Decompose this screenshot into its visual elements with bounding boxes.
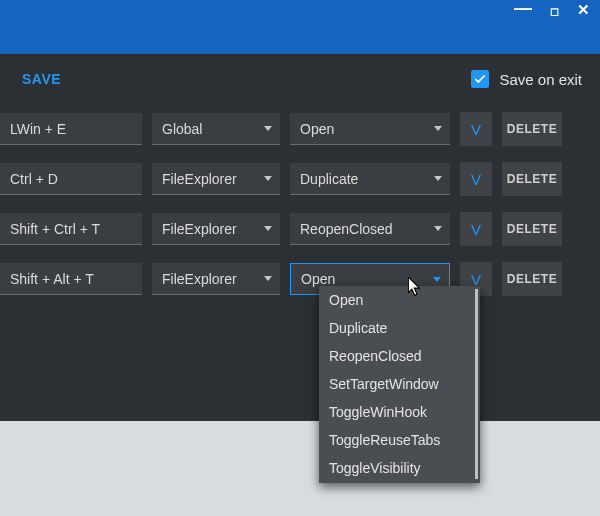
dropdown-item[interactable]: SetTargetWindow <box>319 370 480 398</box>
hotkey-text: LWin + E <box>10 121 66 137</box>
hotkey-input[interactable]: Ctrl + D <box>0 163 142 195</box>
scope-value: FileExplorer <box>162 221 237 237</box>
dropdown-item[interactable]: Duplicate <box>319 314 480 342</box>
action-dropdown: Open Duplicate ReopenClosed SetTargetWin… <box>319 286 480 483</box>
scope-select[interactable]: FileExplorer <box>152 263 280 295</box>
scope-value: FileExplorer <box>162 271 237 287</box>
hotkey-row: Shift + Ctrl + T FileExplorer ReopenClos… <box>0 204 600 254</box>
dropdown-item[interactable]: ToggleVisibility <box>319 454 480 482</box>
titlebar: — ◻ ✕ <box>0 0 600 54</box>
hotkey-text: Shift + Ctrl + T <box>10 221 100 237</box>
scope-value: FileExplorer <box>162 171 237 187</box>
toolbar: SAVE Save on exit <box>0 54 600 104</box>
save-button[interactable]: SAVE <box>22 71 61 87</box>
test-button[interactable]: V <box>460 162 492 196</box>
chevron-down-icon <box>434 176 442 181</box>
minimize-button[interactable]: — <box>510 1 536 15</box>
hotkey-input[interactable]: Shift + Alt + T <box>0 263 142 295</box>
hotkey-input[interactable]: Shift + Ctrl + T <box>0 213 142 245</box>
dropdown-list: Open Duplicate ReopenClosed SetTargetWin… <box>319 286 480 482</box>
chevron-down-icon <box>434 126 442 131</box>
action-value: ReopenClosed <box>300 221 393 237</box>
scope-select[interactable]: FileExplorer <box>152 213 280 245</box>
dropdown-item[interactable]: Open <box>319 286 480 314</box>
action-select[interactable]: Open <box>290 113 450 145</box>
app-window: — ◻ ✕ SAVE Save on exit LWin + E Global <box>0 0 600 516</box>
test-button[interactable]: V <box>460 112 492 146</box>
save-on-exit-label: Save on exit <box>499 71 582 88</box>
chevron-down-icon <box>264 276 272 281</box>
delete-button[interactable]: DELETE <box>502 262 562 296</box>
scope-select[interactable]: Global <box>152 113 280 145</box>
window-controls: — ◻ ✕ <box>0 0 600 54</box>
hotkey-row: Shift + Alt + T FileExplorer Open V DELE… <box>0 254 600 304</box>
scope-select[interactable]: FileExplorer <box>152 163 280 195</box>
save-on-exit-group: Save on exit <box>471 70 582 88</box>
hotkey-row: Ctrl + D FileExplorer Duplicate V DELETE <box>0 154 600 204</box>
hotkey-row: LWin + E Global Open V DELETE <box>0 104 600 154</box>
hotkey-input[interactable]: LWin + E <box>0 113 142 145</box>
hotkey-text: Shift + Alt + T <box>10 271 94 287</box>
chevron-down-icon <box>434 226 442 231</box>
content-panel: SAVE Save on exit LWin + E Global Open <box>0 54 600 421</box>
chevron-down-icon <box>264 226 272 231</box>
action-value: Open <box>301 271 335 287</box>
chevron-down-icon <box>433 277 441 282</box>
check-icon <box>473 72 487 86</box>
chevron-down-icon <box>264 126 272 131</box>
test-button[interactable]: V <box>460 212 492 246</box>
dropdown-item[interactable]: ToggleWinHook <box>319 398 480 426</box>
action-select[interactable]: ReopenClosed <box>290 213 450 245</box>
close-button[interactable]: ✕ <box>573 3 594 17</box>
maximize-button[interactable]: ◻ <box>546 4 563 18</box>
hotkey-text: Ctrl + D <box>10 171 58 187</box>
background-strip <box>0 421 600 516</box>
action-value: Duplicate <box>300 171 358 187</box>
dropdown-item[interactable]: ToggleReuseTabs <box>319 426 480 454</box>
dropdown-scrollbar[interactable] <box>475 289 478 479</box>
hotkey-grid: LWin + E Global Open V DELETE Ctrl + D F… <box>0 104 600 304</box>
delete-button[interactable]: DELETE <box>502 162 562 196</box>
delete-button[interactable]: DELETE <box>502 212 562 246</box>
chevron-down-icon <box>264 176 272 181</box>
action-select[interactable]: Duplicate <box>290 163 450 195</box>
scope-value: Global <box>162 121 202 137</box>
dropdown-item[interactable]: ReopenClosed <box>319 342 480 370</box>
action-value: Open <box>300 121 334 137</box>
save-on-exit-checkbox[interactable] <box>471 70 489 88</box>
delete-button[interactable]: DELETE <box>502 112 562 146</box>
